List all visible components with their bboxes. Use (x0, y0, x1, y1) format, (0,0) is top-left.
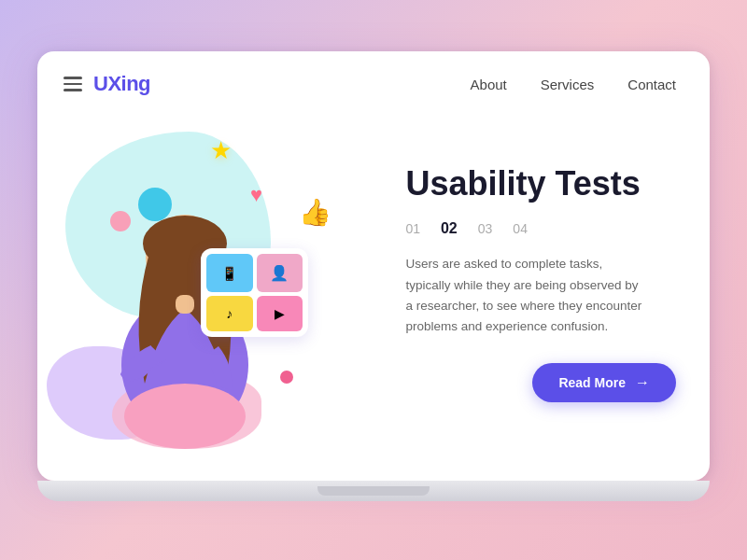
blue-circle-accent (138, 188, 172, 221)
card-cell-profile: 👤 (257, 254, 303, 292)
card-cell-blue: 📱 (206, 254, 253, 292)
card-cell-play: ▶ (257, 296, 303, 331)
heart-icon: ♥ (250, 183, 262, 207)
laptop-notch (317, 486, 430, 496)
navbar: UXing About Services Contact (37, 51, 710, 113)
laptop-base (37, 481, 710, 501)
read-more-button[interactable]: Read More → (532, 363, 676, 402)
text-area: Usability Tests 01 02 03 04 Users are as… (387, 113, 710, 449)
description-text: Users are asked to complete tasks, typic… (405, 254, 648, 337)
nav-links: About Services Contact (471, 77, 676, 92)
star-icon: ★ (210, 136, 232, 165)
svg-point-3 (124, 384, 246, 449)
illustration-area: ★ ♥ 👍 📱 👤 ♪ ▶ (37, 113, 387, 449)
ui-card-illustration: 📱 👤 ♪ ▶ (201, 248, 308, 337)
step-04[interactable]: 04 (513, 221, 528, 236)
laptop-screen: UXing About Services Contact ★ ♥ 👍 (37, 51, 710, 481)
svg-rect-4 (176, 295, 194, 314)
step-02[interactable]: 02 (441, 220, 458, 237)
thumbsup-icon: 👍 (299, 197, 331, 228)
page-title: Usability Tests (405, 165, 676, 203)
step-03[interactable]: 03 (478, 221, 493, 236)
card-cell-music: ♪ (206, 296, 253, 331)
nav-about[interactable]: About (471, 77, 507, 92)
logo[interactable]: UXing (93, 72, 150, 96)
arrow-right-icon: → (635, 374, 650, 391)
nav-services[interactable]: Services (541, 77, 595, 92)
hamburger-icon[interactable] (63, 77, 82, 91)
step-01[interactable]: 01 (405, 221, 420, 236)
step-indicators: 01 02 03 04 (405, 220, 676, 237)
nav-left: UXing (63, 72, 150, 96)
pink-dot-accent (280, 371, 293, 384)
nav-contact[interactable]: Contact (627, 77, 676, 92)
main-content: ★ ♥ 👍 📱 👤 ♪ ▶ (37, 113, 710, 449)
pink-circle-accent (110, 211, 131, 231)
laptop-wrapper: UXing About Services Contact ★ ♥ 👍 (37, 51, 710, 509)
